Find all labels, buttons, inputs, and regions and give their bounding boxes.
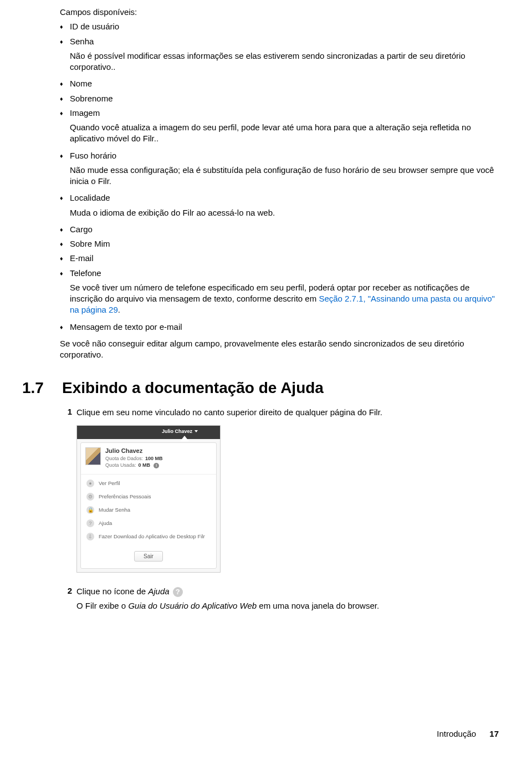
- menu-item-label: Fazer Download do Aplicativo de Desktop …: [99, 533, 205, 539]
- field-fuso-note: Não mude essa configuração; ela é substi…: [70, 165, 499, 187]
- section-heading: 1.7 Exibindo a documentação de Ajuda: [33, 379, 499, 397]
- menu-item-help[interactable]: ?Ajuda: [81, 517, 216, 530]
- section-number: 1.7: [22, 379, 62, 397]
- avatar: [85, 447, 101, 465]
- step-2-out-a: O Filr exibe o: [76, 601, 128, 610]
- field-imagem: Imagem Quando você atualiza a imagem do …: [60, 108, 499, 145]
- field-senha: Senha Não é possível modificar essas inf…: [60, 36, 499, 73]
- field-label: E-mail: [70, 253, 94, 263]
- field-label: Nome: [70, 79, 92, 88]
- menu-item-label: Ver Perfil: [99, 480, 120, 486]
- user-menu-screenshot: Julio Chavez Julio Chavez Quota de Dados…: [76, 425, 221, 573]
- field-nome: Nome: [60, 78, 499, 89]
- field-sobrenome: Sobrenome: [60, 93, 499, 104]
- field-label: Telefone: [70, 268, 101, 278]
- field-telefone-note: Se você tiver um número de telefone espe…: [70, 282, 499, 316]
- field-label: Imagem: [70, 108, 100, 118]
- field-localidade: Localidade Muda o idioma de exibição do …: [60, 192, 499, 218]
- quota-used: Quota Usada:0 MBi: [105, 462, 212, 468]
- step-1-text: Clique em seu nome vinculado no canto su…: [76, 407, 499, 418]
- step-2-help-word: Ajuda: [148, 586, 169, 596]
- field-sobre-mim: Sobre Mim: [60, 238, 499, 249]
- page-footer: Introdução 17: [437, 729, 499, 738]
- logout-button[interactable]: Sair: [134, 551, 163, 562]
- user-icon: ●: [86, 480, 94, 487]
- menu-item-view-profile[interactable]: ●Ver Perfil: [81, 477, 216, 490]
- footer-page-number: 17: [489, 729, 499, 738]
- field-label: ID de usuário: [70, 22, 119, 31]
- field-label: Cargo: [70, 225, 93, 234]
- field-cargo: Cargo: [60, 224, 499, 235]
- field-telefone: Telefone Se você tiver um número de tele…: [60, 268, 499, 316]
- field-email: E-mail: [60, 253, 499, 264]
- field-label: Fuso horário: [70, 151, 116, 160]
- menu-item-change-password[interactable]: 🔒Mudar Senha: [81, 503, 216, 517]
- field-id-usuario: ID de usuário: [60, 21, 499, 32]
- step-number-1: 1: [60, 407, 76, 418]
- step-number-2: 2: [60, 586, 76, 612]
- quota-value: 100 MB: [145, 456, 163, 461]
- step-2-text-c: [170, 586, 172, 596]
- field-label: Mensagem de texto por e-mail: [70, 322, 182, 331]
- field-label: Sobrenome: [70, 94, 113, 103]
- step-2-out-c: em uma nova janela do browser.: [257, 601, 379, 610]
- field-senha-note: Não é possível modificar essas informaçõ…: [70, 50, 499, 73]
- help-icon: ?: [173, 587, 183, 597]
- field-localidade-note: Muda o idioma de exibição do Filr ao ace…: [70, 207, 499, 218]
- footer-section: Introdução: [437, 729, 476, 738]
- fields-intro: Campos disponíveis:: [60, 7, 499, 18]
- menu-item-download[interactable]: ⇩Fazer Download do Aplicativo de Desktop…: [81, 530, 216, 543]
- field-label: Localidade: [70, 193, 110, 202]
- field-label: Senha: [70, 37, 94, 46]
- field-label: Sobre Mim: [70, 239, 110, 248]
- step-2-text-a: Clique no ícone de: [76, 586, 148, 596]
- menu-item-label: Preferências Pessoais: [99, 493, 151, 499]
- panel-username: Julio Chavez: [105, 447, 212, 454]
- topbar-username[interactable]: Julio Chavez: [162, 429, 198, 434]
- used-value: 0 MB: [139, 462, 151, 468]
- quota-data: Quota de Dados:100 MB: [105, 456, 212, 461]
- step-2-line1: Clique no ícone de Ajuda ?: [76, 586, 499, 597]
- field-fuso: Fuso horário Não mude essa configuração;…: [60, 150, 499, 187]
- lock-icon: 🔒: [86, 506, 94, 514]
- telefone-note-end: .: [118, 305, 120, 314]
- popover-arrow-icon: [180, 436, 189, 441]
- field-imagem-note: Quando você atualiza a imagem do seu per…: [70, 122, 499, 145]
- step-2-out-guide: Guia do Usuário do Aplicativo Web: [128, 601, 257, 610]
- step-2-result: O Filr exibe o Guia do Usuário do Aplica…: [76, 600, 499, 611]
- gear-icon: ⚙: [86, 493, 94, 501]
- download-icon: ⇩: [86, 533, 94, 540]
- info-icon[interactable]: i: [154, 463, 159, 468]
- menu-item-label: Mudar Senha: [99, 507, 130, 513]
- help-icon: ?: [86, 519, 94, 527]
- menu-item-label: Ajuda: [99, 520, 112, 526]
- sync-note: Se você não conseguir editar algum campo…: [60, 338, 499, 361]
- quota-label: Quota de Dados:: [105, 456, 143, 461]
- used-label: Quota Usada:: [105, 462, 136, 468]
- field-msg-texto: Mensagem de texto por e-mail: [60, 322, 499, 333]
- menu-item-preferences[interactable]: ⚙Preferências Pessoais: [81, 490, 216, 503]
- section-title: Exibindo a documentação de Ajuda: [62, 379, 324, 397]
